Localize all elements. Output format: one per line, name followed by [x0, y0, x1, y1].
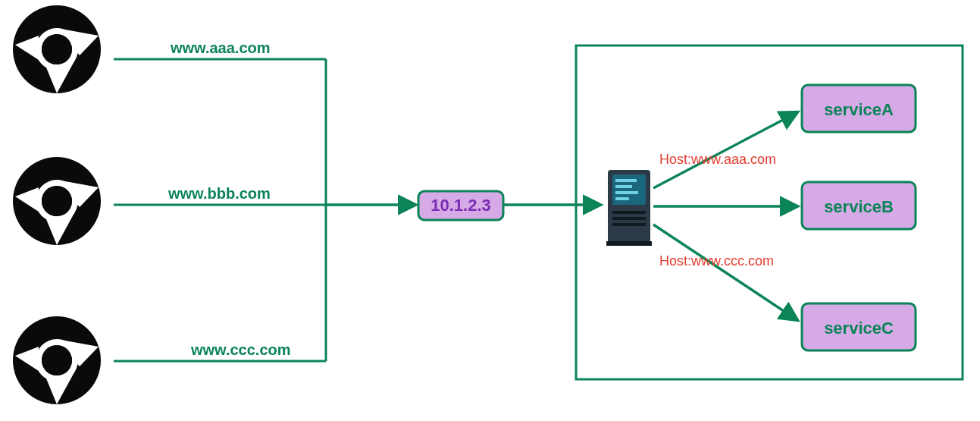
ip-box: 10.1.2.3 — [418, 191, 503, 220]
service-box-b: serviceB — [802, 182, 916, 229]
chrome-icon — [13, 157, 101, 245]
arrow-to-service-c — [653, 225, 797, 320]
domain-label-2: www.bbb.com — [168, 185, 271, 202]
chrome-icon — [13, 316, 101, 404]
service-label-a: serviceA — [824, 100, 894, 119]
diagram-canvas: www.aaa.com www.bbb.com www.ccc.com 10.1… — [0, 0, 980, 421]
ip-label: 10.1.2.3 — [431, 196, 491, 215]
domain-label-3: www.ccc.com — [190, 341, 291, 358]
host-label-top: Host:www.aaa.com — [659, 152, 776, 167]
server-icon — [606, 170, 652, 246]
service-box-a: serviceA — [802, 85, 916, 132]
service-box-c: serviceC — [802, 303, 916, 350]
arrow-to-service-a — [653, 112, 797, 188]
service-label-b: serviceB — [824, 197, 894, 216]
service-label-c: serviceC — [824, 319, 894, 338]
chrome-icon — [13, 5, 101, 93]
host-label-bottom: Host:www.ccc.com — [659, 253, 774, 269]
domain-label-1: www.aaa.com — [170, 39, 271, 56]
